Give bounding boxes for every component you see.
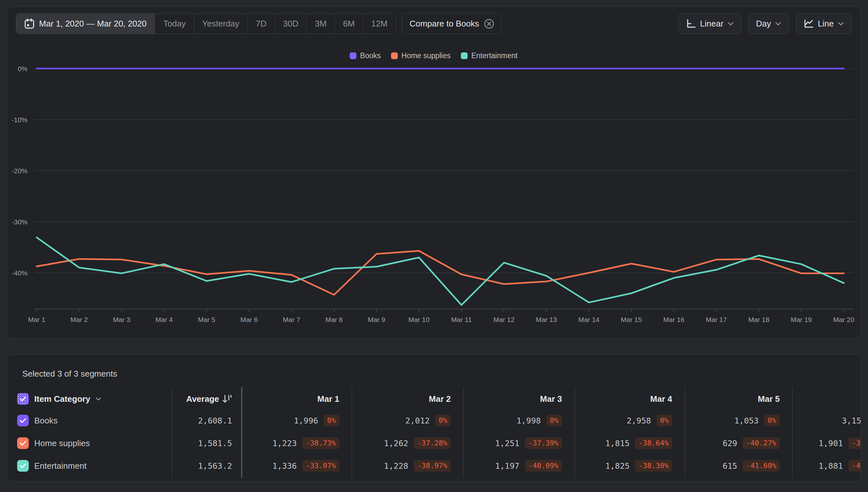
svg-text:Mar 17: Mar 17 bbox=[706, 316, 727, 323]
books-day-cell-clipped: 3,15 bbox=[792, 409, 861, 432]
books-checkbox[interactable] bbox=[17, 415, 29, 426]
header-day-cell: Mar 2 bbox=[352, 389, 463, 409]
category-column-title: Item Category bbox=[34, 394, 90, 404]
header-day-cell-clipped bbox=[792, 389, 861, 409]
average-column-title: Average bbox=[186, 394, 219, 404]
home-supplies-day-cell: 1,815-38.64% bbox=[574, 432, 685, 454]
svg-text:-10%: -10% bbox=[11, 116, 27, 123]
svg-text:-30%: -30% bbox=[11, 218, 27, 226]
entertainment-checkbox[interactable] bbox=[17, 460, 29, 472]
svg-text:Mar 3: Mar 3 bbox=[113, 316, 131, 323]
home-supplies-day-cell-clipped: 1,901-3 bbox=[792, 432, 861, 454]
select-all-checkbox[interactable] bbox=[17, 393, 29, 405]
svg-text:Mar 14: Mar 14 bbox=[579, 316, 600, 323]
books-day-cell: 1,9960% bbox=[241, 409, 352, 432]
segments-table-card: Selected 3 of 3 segments Item Category A… bbox=[6, 354, 861, 482]
header-day-cell: Mar 5 bbox=[685, 389, 792, 409]
home-supplies-day-cell: 1,251-37.39% bbox=[463, 432, 574, 454]
selected-segments-text: Selected 3 of 3 segments bbox=[22, 369, 117, 379]
header-day-cell: Mar 4 bbox=[574, 389, 685, 409]
entertainment-day-cell: 1,197-40.09% bbox=[463, 454, 574, 477]
entertainment-day-cell-clipped: 1,881-4 bbox=[792, 454, 861, 477]
chevron-down-icon[interactable] bbox=[96, 397, 101, 401]
svg-text:-20%: -20% bbox=[11, 167, 27, 175]
home-supplies-day-cell: 629-40.27% bbox=[685, 432, 792, 454]
books-day-cell: 2,9580% bbox=[574, 409, 685, 432]
home-supplies-average: 1,581.5 bbox=[172, 432, 241, 454]
svg-text:Mar 9: Mar 9 bbox=[368, 316, 385, 323]
svg-text:Mar 19: Mar 19 bbox=[791, 316, 812, 323]
svg-text:0%: 0% bbox=[18, 65, 27, 72]
svg-text:Mar 4: Mar 4 bbox=[155, 316, 173, 323]
segments-table: Item Category Average Mar 1 Mar 2 Mar 3 bbox=[7, 389, 861, 477]
entertainment-day-cell: 1,228-38.97% bbox=[352, 454, 463, 477]
chart-card: Mar 1, 2020 — Mar 20, 2020 Today Yesterd… bbox=[6, 6, 861, 339]
svg-text:Mar 12: Mar 12 bbox=[493, 316, 514, 323]
svg-text:Mar 10: Mar 10 bbox=[408, 316, 430, 323]
svg-text:Mar 5: Mar 5 bbox=[198, 316, 215, 323]
books-day-cell: 1,0530% bbox=[685, 409, 792, 432]
books-average: 2,608.1 bbox=[172, 409, 241, 432]
svg-text:Mar 8: Mar 8 bbox=[326, 316, 343, 323]
table-row-home-supplies-label: Home supplies bbox=[7, 432, 172, 454]
books-day-cell: 2,0120% bbox=[352, 409, 463, 432]
header-average-cell[interactable]: Average bbox=[172, 389, 241, 409]
trend-line-chart: 0%-10%-20%-30%-40%Mar 1Mar 2Mar 3Mar 4Ma… bbox=[7, 7, 860, 338]
svg-text:Mar 6: Mar 6 bbox=[240, 316, 258, 323]
books-day-cell: 1,9980% bbox=[463, 409, 574, 432]
entertainment-day-cell: 1,336-33.07% bbox=[241, 454, 352, 477]
svg-text:Mar 7: Mar 7 bbox=[283, 316, 300, 323]
svg-text:Mar 15: Mar 15 bbox=[621, 316, 642, 323]
svg-text:Mar 13: Mar 13 bbox=[536, 316, 557, 323]
svg-text:Mar 18: Mar 18 bbox=[748, 316, 769, 323]
header-category-cell: Item Category bbox=[7, 389, 172, 409]
sort-descending-icon bbox=[222, 393, 232, 404]
svg-text:Mar 11: Mar 11 bbox=[451, 316, 472, 323]
svg-text:Mar 16: Mar 16 bbox=[663, 316, 685, 323]
svg-text:-40%: -40% bbox=[11, 269, 27, 277]
svg-text:Mar 2: Mar 2 bbox=[71, 316, 88, 323]
table-row-books-label: Books bbox=[7, 409, 172, 432]
table-row-entertainment-label: Entertainment bbox=[7, 454, 172, 477]
home-supplies-day-cell: 1,262-37.28% bbox=[352, 432, 463, 454]
header-day-cell: Mar 3 bbox=[463, 389, 574, 409]
entertainment-day-cell: 615-41.60% bbox=[685, 454, 792, 477]
svg-text:Mar 1: Mar 1 bbox=[28, 316, 46, 323]
entertainment-day-cell: 1,825-38.30% bbox=[574, 454, 685, 477]
header-day-cell: Mar 1 bbox=[241, 389, 352, 409]
home-supplies-day-cell: 1,223-38.73% bbox=[241, 432, 352, 454]
analytics-page: Mar 1, 2020 — Mar 20, 2020 Today Yesterd… bbox=[0, 0, 868, 492]
svg-text:Mar 20: Mar 20 bbox=[833, 316, 854, 323]
entertainment-average: 1,563.2 bbox=[172, 454, 241, 477]
home-supplies-checkbox[interactable] bbox=[17, 437, 29, 449]
